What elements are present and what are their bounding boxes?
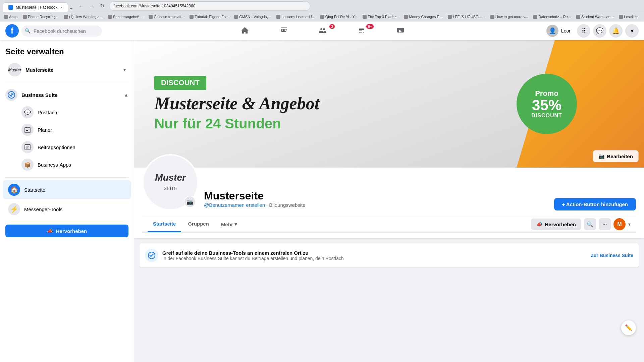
bookmark-4[interactable]: Chinese translati...	[147, 14, 185, 19]
bookmark-11[interactable]: LEE 'S HOUSE—...	[446, 14, 486, 19]
nav-marketplace[interactable]	[265, 23, 303, 39]
sidebar-messenger-tools[interactable]: ⚡ Messenger-Tools	[3, 200, 131, 219]
user-profile-btn[interactable]: 👤 Leon	[544, 23, 574, 38]
floating-edit-button[interactable]: ✏️	[621, 320, 636, 335]
sidebar-startseite[interactable]: 🏠 Startseite	[3, 180, 131, 199]
business-suite-banner-icon	[145, 249, 158, 262]
profile-avatar-wrap: Muster SEITE 📷	[142, 154, 199, 210]
account-menu-btn[interactable]: ▾	[625, 24, 639, 38]
tab-more-options-button[interactable]: ···	[599, 218, 611, 230]
bookmark-8[interactable]: Qing Fei De Yi - Y...	[319, 14, 359, 19]
bm-icon-13	[533, 15, 537, 19]
business-banner-description: In der Facebook Business Suite kannst du…	[162, 256, 344, 261]
promote-button[interactable]: 📣 Hervorheben	[5, 225, 128, 237]
beitragsoptionen-icon	[21, 141, 34, 153]
bookmark-6[interactable]: GMSN - Vologda,...	[233, 14, 272, 19]
tab-gruppen[interactable]: Gruppen	[182, 216, 214, 232]
back-button[interactable]: ←	[76, 2, 86, 10]
profile-meta: @Benutzernamen erstellen · Bildungswebsi…	[204, 202, 549, 208]
sidebar-beitragsoptionen[interactable]: Beitragsoptionen	[3, 138, 131, 156]
business-suite-icon	[5, 89, 17, 101]
forward-button[interactable]: →	[87, 2, 97, 10]
business-suite-header[interactable]: Business Suite ▲	[3, 86, 131, 104]
cover-title: Musterseite & Angebot	[154, 94, 319, 113]
chevron-down-icon: ▾	[123, 67, 126, 72]
nav-home[interactable]	[226, 23, 264, 39]
promo-discount-text: DISCOUNT	[531, 113, 562, 119]
sidebar-page-selector[interactable]: Muster Musterseite ▾	[3, 60, 131, 79]
bm-icon-7	[276, 15, 280, 19]
bm-icon-9	[363, 15, 367, 19]
bookmark-9[interactable]: The Top 3 Platfor...	[361, 14, 400, 19]
tab-favicon	[8, 5, 13, 10]
bookmark-apps[interactable]: Apps	[3, 14, 19, 19]
bookmark-13[interactable]: Datenschutz – Re...	[532, 14, 572, 19]
promo-percent: 35%	[532, 98, 561, 113]
nav-watch[interactable]	[382, 23, 419, 39]
cover-text-area: DISCOUNT Musterseite & Angebot Nur für 2…	[154, 76, 319, 132]
business-banner-title: Greif auf alle deine Business-Tools an e…	[162, 250, 344, 256]
tab-startseite[interactable]: Startseite	[148, 216, 181, 232]
sidebar: Seite verwalten Muster Musterseite ▾	[0, 40, 134, 362]
bm-icon-14	[576, 15, 580, 19]
sidebar-page-avatar: Muster	[8, 63, 21, 76]
promote-icon: 📣	[47, 228, 53, 234]
browser-chrome: Musterseite | Facebook × + ← → ↻ faceboo…	[0, 0, 644, 12]
profile-camera-button[interactable]: 📷	[184, 196, 196, 208]
bookmark-15[interactable]: Leseliste	[618, 14, 640, 19]
bookmark-5[interactable]: Tutorial: Eigene Fa...	[188, 14, 230, 19]
nav-groups[interactable]: 2	[304, 23, 341, 39]
sidebar-postfach[interactable]: 💬 Postfach	[3, 104, 131, 121]
edit-cover-button[interactable]: 📷 Bearbeiten	[593, 150, 639, 162]
profile-name: Musterseite	[204, 190, 549, 202]
messenger-tools-icon: ⚡	[8, 203, 20, 215]
profile-type: · Bildungswebsite	[266, 202, 306, 208]
header-nav: 2 9+	[105, 23, 541, 39]
search-input[interactable]	[21, 25, 102, 37]
tab-user-chevron[interactable]: ▾	[628, 222, 631, 227]
tab-close-btn[interactable]: ×	[60, 5, 62, 9]
bookmarks-bar: Apps Phone Recycling... (1) How Working …	[0, 12, 644, 21]
tab-search-button[interactable]: 🔍	[584, 218, 596, 230]
tab-user-avatar[interactable]: M	[613, 218, 626, 230]
sidebar-business-apps[interactable]: 📦 Business-Apps	[3, 156, 131, 173]
promote-label: Hervorheben	[56, 228, 87, 234]
svg-text:Muster: Muster	[8, 68, 21, 72]
business-suite-link[interactable]: Zur Business Suite	[591, 253, 633, 258]
nav-pages[interactable]: 9+	[343, 23, 380, 39]
bookmark-10[interactable]: Money Changes E...	[402, 14, 444, 19]
page-tabs: Startseite Gruppen Mehr ▾ 📣 Hervorheben …	[142, 216, 636, 233]
url-bar[interactable]: facebook.com/Musterseite-103404515542960	[109, 1, 310, 11]
bm-icon-5	[190, 15, 194, 19]
apps-menu-btn[interactable]: ⠿	[577, 24, 590, 38]
new-tab-button[interactable]: +	[68, 6, 74, 12]
main-content: DISCOUNT Musterseite & Angebot Nur für 2…	[134, 40, 644, 362]
svg-rect-6	[27, 130, 28, 131]
bookmark-14[interactable]: Student Wants an...	[575, 14, 615, 19]
active-tab[interactable]: Musterseite | Facebook ×	[3, 2, 68, 12]
profile-username-link[interactable]: @Benutzernamen erstellen	[204, 202, 265, 208]
tab-promote-button[interactable]: 📣 Hervorheben	[531, 219, 581, 230]
cover-subtitle: Nur für 24 Stunden	[154, 116, 319, 132]
notifications-btn[interactable]: 🔔	[609, 24, 623, 38]
pages-badge: 9+	[366, 24, 374, 29]
main-layout: Seite verwalten Muster Musterseite ▾	[0, 40, 644, 362]
bookmark-3[interactable]: Sonderangebot! ...	[107, 14, 145, 19]
apps-icon	[4, 15, 8, 19]
user-avatar: 👤	[546, 25, 558, 37]
add-action-button[interactable]: + Action-Button hinzufügen	[554, 198, 636, 210]
bm-icon-1	[23, 15, 27, 19]
facebook-logo[interactable]: f	[5, 24, 19, 38]
tab-search-icon: 🔍	[587, 221, 593, 228]
planer-icon	[21, 124, 34, 136]
bookmark-12[interactable]: How to get more v...	[489, 14, 530, 19]
bookmark-1[interactable]: Phone Recycling...	[21, 14, 60, 19]
refresh-button[interactable]: ↻	[98, 2, 106, 10]
messenger-btn[interactable]: 💬	[593, 24, 606, 38]
groups-badge: 2	[329, 24, 335, 29]
bookmark-2[interactable]: (1) How Working a...	[63, 14, 104, 19]
bookmark-7[interactable]: Lessons Learned f...	[275, 14, 316, 19]
sidebar-planer[interactable]: Planer	[3, 121, 131, 138]
tab-mehr[interactable]: Mehr ▾	[216, 217, 243, 232]
business-suite-banner-text: Greif auf alle deine Business-Tools an e…	[162, 250, 344, 261]
